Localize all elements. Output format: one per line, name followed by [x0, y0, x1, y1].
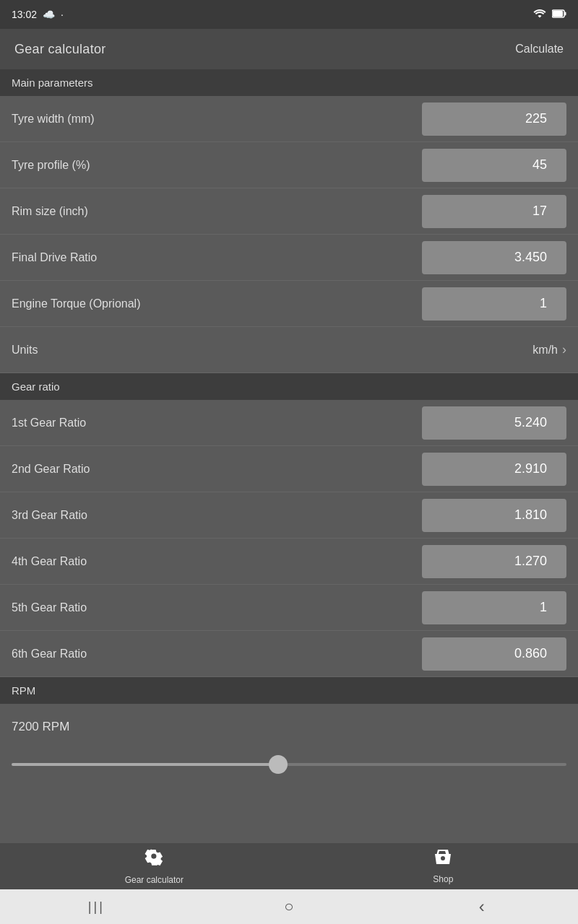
shop-icon — [434, 848, 452, 871]
gear5-label: 5th Gear Ratio — [12, 601, 87, 614]
tyre-profile-row: Tyre profile (%) — [0, 142, 578, 188]
android-menu-button[interactable]: ||| — [74, 899, 118, 915]
engine-torque-input[interactable] — [422, 287, 566, 321]
gear5-input[interactable] — [422, 591, 566, 624]
nav-shop-label: Shop — [433, 874, 453, 884]
android-home-button[interactable]: ○ — [267, 897, 311, 916]
rim-size-row: Rim size (inch) — [0, 188, 578, 235]
units-value-text: km/h — [532, 344, 558, 357]
engine-torque-label: Engine Torque (Oprional) — [12, 297, 140, 310]
units-label: Units — [12, 344, 38, 357]
gear-ratio-header: Gear ratio — [0, 373, 578, 400]
status-bar: 13:02 ☁️ · — [0, 0, 578, 29]
notification-icon: · — [61, 9, 64, 20]
gear5-row: 5th Gear Ratio — [0, 585, 578, 631]
gear1-row: 1st Gear Ratio — [0, 400, 578, 446]
tyre-width-row: Tyre width (mm) — [0, 96, 578, 142]
android-nav: ||| ○ ‹ — [0, 889, 578, 924]
wifi-icon — [533, 9, 546, 21]
chevron-right-icon: › — [562, 342, 566, 357]
nav-shop[interactable]: Shop — [433, 848, 453, 884]
svg-rect-2 — [565, 12, 566, 16]
gear4-row: 4th Gear Ratio — [0, 539, 578, 585]
final-drive-row: Final Drive Ratio — [0, 235, 578, 281]
tyre-profile-label: Tyre profile (%) — [12, 159, 90, 172]
main-params-header: Main parameters — [0, 69, 578, 96]
gear6-row: 6th Gear Ratio — [0, 631, 578, 677]
rim-size-label: Rim size (inch) — [12, 205, 88, 218]
gear3-label: 3rd Gear Ratio — [12, 509, 87, 522]
app-title: Gear calculator — [14, 42, 106, 57]
bottom-nav: Gear calculator Shop — [0, 843, 578, 889]
units-selector[interactable]: km/h › — [532, 342, 566, 357]
rpm-slider[interactable] — [12, 763, 566, 766]
final-drive-input[interactable] — [422, 241, 566, 274]
gear4-input[interactable] — [422, 545, 566, 578]
gear1-label: 1st Gear Ratio — [12, 417, 86, 430]
cloud-icon: ☁️ — [43, 9, 55, 20]
app-bar: Gear calculator Calculate — [0, 29, 578, 69]
status-bar-left: 13:02 ☁️ · — [12, 9, 64, 20]
android-back-button[interactable]: ‹ — [460, 897, 504, 917]
nav-gear-label: Gear calculator — [125, 875, 184, 885]
gear2-input[interactable] — [422, 453, 566, 486]
gear6-label: 6th Gear Ratio — [12, 648, 87, 661]
tyre-profile-input[interactable] — [422, 149, 566, 182]
main-content: Main parameters Tyre width (mm) Tyre pro… — [0, 69, 578, 924]
gear2-row: 2nd Gear Ratio — [0, 446, 578, 492]
rim-size-input[interactable] — [422, 195, 566, 228]
rpm-row: 7200 RPM — [0, 704, 578, 750]
units-row[interactable]: Units km/h › — [0, 327, 578, 373]
engine-torque-row: Engine Torque (Oprional) — [0, 281, 578, 327]
gear3-row: 3rd Gear Ratio — [0, 492, 578, 539]
gear4-label: 4th Gear Ratio — [12, 555, 87, 568]
tyre-width-label: Tyre width (mm) — [12, 113, 95, 126]
rpm-header: RPM — [0, 677, 578, 704]
gear6-input[interactable] — [422, 637, 566, 671]
battery-icon — [552, 9, 566, 20]
final-drive-label: Final Drive Ratio — [12, 251, 97, 264]
status-time: 13:02 — [12, 9, 37, 20]
gear-calculator-icon — [144, 847, 164, 872]
gear3-input[interactable] — [422, 499, 566, 532]
rpm-slider-container — [0, 750, 578, 780]
status-bar-right — [533, 9, 566, 21]
gear2-label: 2nd Gear Ratio — [12, 463, 90, 476]
calculate-button[interactable]: Calculate — [515, 43, 564, 56]
nav-gear-calculator[interactable]: Gear calculator — [125, 847, 184, 885]
gear1-input[interactable] — [422, 406, 566, 440]
svg-rect-1 — [553, 11, 563, 17]
rpm-value: 7200 RPM — [12, 720, 69, 734]
tyre-width-input[interactable] — [422, 103, 566, 136]
